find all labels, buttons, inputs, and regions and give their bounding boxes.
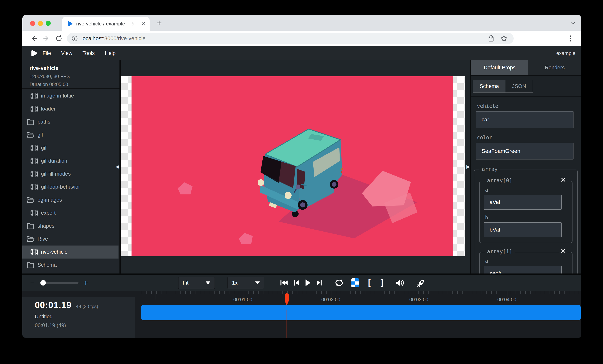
- toggle-schema[interactable]: Schema: [473, 80, 506, 92]
- sidebar-item-loader[interactable]: loader: [22, 102, 119, 115]
- vehicle-label: vehicle: [477, 103, 581, 109]
- browser-tab[interactable]: rive-vehicle / example - Remoti: [62, 17, 150, 31]
- sidebar-item-gif-fill-modes[interactable]: gif-fill-modes: [22, 167, 119, 181]
- url-text: localhost:3000/rive-vehicle: [81, 35, 146, 42]
- sidebar-item-label: og-images: [37, 197, 62, 203]
- tab-renders[interactable]: Renders: [528, 60, 581, 75]
- new-tab-button[interactable]: [156, 20, 162, 26]
- sidebar-item-label: gif-loop-behavior: [41, 184, 80, 190]
- a-input[interactable]: aVal: [484, 195, 562, 210]
- sidebar-item-label: expert: [41, 210, 56, 216]
- tab-default-props[interactable]: Default Props: [471, 60, 528, 75]
- ruler-label: 00:03.00: [403, 297, 434, 302]
- player-toolbar: − + Fit 1x: [22, 273, 581, 291]
- browser-tab-strip: rive-vehicle / example - Remoti: [22, 15, 581, 31]
- play-button[interactable]: [305, 279, 311, 287]
- collapse-right-panel-icon[interactable]: ▶: [466, 164, 470, 169]
- sidebar-item-gif-loop-behavior[interactable]: gif-loop-behavior: [22, 181, 119, 193]
- film-icon: [30, 210, 38, 216]
- zoom-control: − +: [30, 275, 88, 291]
- minimize-window-button[interactable]: [38, 21, 43, 26]
- zoom-slider-thumb[interactable]: [40, 280, 46, 285]
- toggle-json[interactable]: JSON: [506, 80, 533, 92]
- zoom-in-button[interactable]: +: [83, 279, 88, 287]
- default-props-form: vehicle car color SeaFoamGreen array arr…: [471, 97, 581, 273]
- preview-canvas[interactable]: [121, 76, 465, 256]
- remove-array-item-0-button[interactable]: [559, 177, 568, 182]
- browser-window: rive-vehicle / example - Remoti localhos…: [22, 15, 581, 338]
- loop-toggle-button[interactable]: [335, 279, 343, 287]
- menu-help[interactable]: Help: [100, 50, 121, 56]
- project-name-label: example: [556, 50, 575, 56]
- film-icon: [30, 249, 38, 255]
- remove-array-item-1-button[interactable]: [559, 248, 568, 253]
- menu-view[interactable]: View: [56, 50, 78, 56]
- volume-icon[interactable]: [395, 279, 404, 287]
- back-icon[interactable]: [30, 34, 38, 42]
- sidebar-item-gif-duration[interactable]: gif-duration: [22, 154, 119, 167]
- color-input[interactable]: SeaFoamGreen: [476, 143, 573, 159]
- sidebar-item-label: Schema: [37, 262, 57, 268]
- tab-close-icon[interactable]: [141, 21, 146, 26]
- transport-controls: Fit 1x [: [178, 275, 426, 291]
- playhead-marker[interactable]: [284, 293, 289, 312]
- next-frame-button[interactable]: [316, 279, 322, 286]
- menu-file[interactable]: File: [37, 50, 56, 56]
- array-0-legend: array[0]: [485, 177, 515, 183]
- b-label: b: [485, 215, 569, 220]
- collapse-sidebar-icon[interactable]: ◀: [116, 164, 119, 169]
- composition-info: rive-vehicle 1200x630, 30 FPS Duration 0…: [22, 60, 119, 89]
- sidebar-folder-og-images[interactable]: og-images: [22, 193, 119, 206]
- browser-menu-icon[interactable]: [567, 34, 574, 43]
- sidebar-folder-schema[interactable]: Schema: [22, 259, 119, 272]
- sidebar-folder-paths[interactable]: paths: [22, 115, 119, 128]
- sidebar-item-expert[interactable]: expert: [22, 206, 119, 219]
- site-info-icon[interactable]: [71, 35, 78, 42]
- transparency-checkerboard-toggle[interactable]: [351, 278, 359, 287]
- share-icon[interactable]: [487, 34, 495, 42]
- address-bar[interactable]: localhost:3000/rive-vehicle: [67, 33, 514, 44]
- sidebar-item-rive-vehicle[interactable]: rive-vehicle: [22, 246, 118, 259]
- current-timecode: 00:01.19: [35, 300, 72, 310]
- set-in-point-button[interactable]: [: [367, 278, 372, 288]
- sidebar-folder-rive[interactable]: Rive: [22, 232, 119, 246]
- a-label: a: [485, 258, 569, 264]
- folder-closed-icon: [27, 119, 35, 125]
- array-legend: array: [479, 166, 500, 172]
- vehicle-input[interactable]: car: [476, 111, 573, 128]
- sidebar-item-label: shapes: [37, 223, 54, 229]
- menu-tools[interactable]: Tools: [78, 50, 100, 56]
- b-input[interactable]: bVal: [484, 222, 562, 237]
- playback-speed-select[interactable]: 1x: [227, 277, 264, 289]
- right-panel-tabs: Default Props Renders: [471, 60, 581, 76]
- tab-search-chevron-icon[interactable]: [570, 20, 576, 26]
- sidebar-item-image-in-lottie[interactable]: image-in-lottie: [22, 89, 119, 102]
- a-input[interactable]: secA: [484, 266, 562, 273]
- zoom-slider[interactable]: [40, 282, 79, 284]
- remotion-logo-icon[interactable]: [31, 50, 37, 57]
- fast-refresh-rocket-icon[interactable]: [417, 279, 426, 287]
- zoom-out-button[interactable]: −: [30, 279, 35, 287]
- skip-to-start-button[interactable]: [280, 279, 288, 286]
- sidebar-item-gif[interactable]: gif: [22, 141, 119, 154]
- close-window-button[interactable]: [30, 21, 35, 26]
- film-icon: [30, 145, 38, 151]
- forward-icon[interactable]: [43, 34, 50, 42]
- bookmark-star-icon[interactable]: [500, 34, 508, 42]
- track-duration: 00:01.19 (49): [35, 322, 135, 329]
- zoom-window-button[interactable]: [46, 21, 51, 26]
- fit-select[interactable]: Fit: [178, 277, 215, 289]
- timeline-ruler[interactable]: 00:01.00 00:02.00 00:03.00 00:04.00: [141, 291, 581, 303]
- folder-open-icon: [27, 236, 35, 242]
- film-icon: [30, 171, 38, 177]
- playhead-line: [287, 310, 287, 338]
- timeline-track[interactable]: [141, 305, 581, 320]
- sidebar-folder-shapes[interactable]: shapes: [22, 219, 119, 232]
- app-menu-bar: File View Tools Help example: [22, 46, 581, 60]
- set-out-point-button[interactable]: ]: [380, 278, 384, 288]
- sidebar-folder-gif[interactable]: gif: [22, 128, 119, 141]
- reload-icon[interactable]: [55, 34, 63, 42]
- url-path: :3000/rive-vehicle: [103, 35, 146, 41]
- sidebar-item-label: gif-duration: [41, 158, 67, 164]
- previous-frame-button[interactable]: [293, 279, 299, 286]
